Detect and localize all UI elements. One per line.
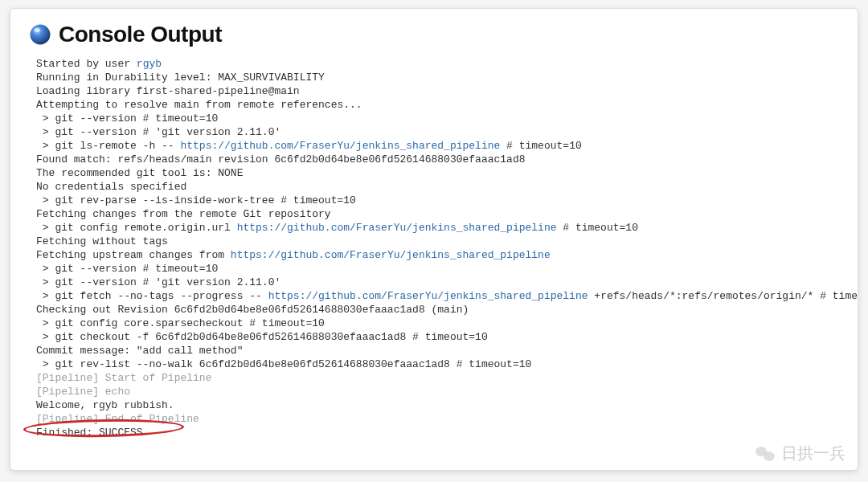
log-line: > git rev-parse --is-inside-work-tree # … — [36, 194, 356, 206]
console-log: Started by user rgyb Running in Durabili… — [28, 52, 840, 439]
repo-link[interactable]: https://github.com/FraserYu/jenkins_shar… — [231, 249, 551, 261]
svg-point-1 — [35, 28, 41, 32]
log-line-finished: Finished: SUCCESS — [36, 427, 143, 439]
user-link[interactable]: rgyb — [137, 58, 162, 70]
repo-link[interactable]: https://github.com/FraserYu/jenkins_shar… — [268, 290, 588, 302]
log-line: Attempting to resolve main from remote r… — [36, 99, 362, 111]
log-line: Commit message: "add call method" — [36, 345, 243, 357]
repo-link[interactable]: https://github.com/FraserYu/jenkins_shar… — [237, 222, 557, 234]
welcome-line: Welcome, rgyb rubbish. — [36, 399, 174, 411]
log-line: > git --version # 'git version 2.11.0' — [36, 126, 280, 138]
log-line: Fetching without tags — [36, 235, 168, 247]
blue-ball-icon — [28, 22, 52, 47]
log-line: # timeout=10 — [500, 140, 581, 152]
log-line: > git config core.sparsecheckout # timeo… — [36, 317, 325, 329]
console-output-panel: Console Output Started by user rgyb Runn… — [10, 8, 858, 471]
log-line: The recommended git tool is: NONE — [36, 167, 243, 179]
log-line: # timeout=10 — [557, 222, 638, 234]
log-line: Loading library first-shared-pipeline@ma… — [36, 85, 300, 97]
log-line: Checking out Revision 6c6fd2b0d64be8e06f… — [36, 304, 469, 316]
log-line: > git --version # 'git version 2.11.0' — [36, 276, 280, 288]
svg-point-0 — [31, 25, 51, 45]
log-line: Fetching changes from the remote Git rep… — [36, 208, 331, 220]
repo-link[interactable]: https://github.com/FraserYu/jenkins_shar… — [180, 140, 500, 152]
log-line: > git ls-remote -h -- — [36, 140, 180, 152]
page-title: Console Output — [59, 22, 222, 47]
log-line: > git config remote.origin.url — [36, 222, 237, 234]
page-heading: Console Output — [28, 22, 840, 47]
pipeline-step: [Pipeline] echo — [36, 386, 130, 398]
log-line: Running in Durability level: MAX_SURVIVA… — [36, 71, 325, 84]
log-line: > git checkout -f 6c6fd2b0d64be8e06fd526… — [36, 331, 488, 343]
log-line: Started by user — [36, 58, 137, 70]
log-line: Fetching upstream changes from — [36, 249, 231, 261]
log-line: > git --version # timeout=10 — [36, 112, 218, 125]
pipeline-step: [Pipeline] Start of Pipeline — [36, 372, 211, 384]
log-line: > git fetch --no-tags --progress -- — [36, 290, 268, 302]
pipeline-step: [Pipeline] End of Pipeline — [36, 413, 199, 425]
log-line: > git --version # timeout=10 — [36, 263, 218, 275]
log-line: No credentials specified — [36, 181, 186, 193]
log-line: +refs/heads/*:refs/remotes/origin/* # ti… — [588, 290, 858, 302]
log-line: > git rev-list --no-walk 6c6fd2b0d64be8e… — [36, 358, 531, 370]
log-line: Found match: refs/heads/main revision 6c… — [36, 153, 526, 165]
